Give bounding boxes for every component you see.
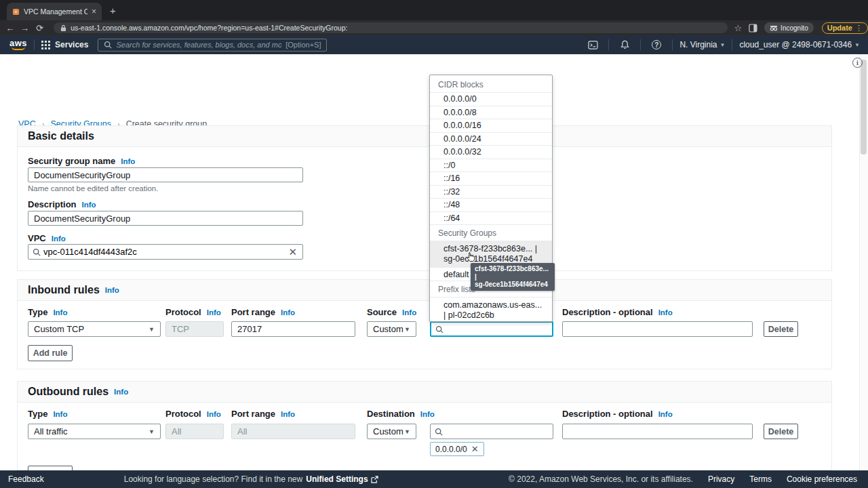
prefix-list-option[interactable]: com.amazonaws.us-eas... | pl-02cd2c6b	[430, 298, 552, 323]
account-menu[interactable]: cloud_user @ 2498-0671-0346 ▼	[739, 40, 860, 49]
side-panel-icon[interactable]	[749, 24, 757, 33]
outbound-port-input	[231, 424, 355, 439]
security-group-name-input[interactable]	[28, 167, 303, 182]
cidr-option[interactable]: 0.0.0.0/32	[430, 146, 552, 159]
cidr-option[interactable]: 0.0.0.0/0	[430, 93, 552, 106]
info-link[interactable]: Info	[207, 308, 221, 317]
name-label: Security group name	[28, 156, 115, 166]
new-tab-button[interactable]: +	[110, 5, 116, 16]
cidr-option[interactable]: ::/48	[430, 199, 552, 212]
chevron-down-icon: ▼	[149, 428, 155, 435]
info-link[interactable]: Info	[402, 308, 416, 317]
chip-remove-icon[interactable]: ✕	[471, 444, 479, 454]
language-note: Looking for language selection? Find it …	[124, 474, 303, 484]
cidr-option[interactable]: ::/32	[430, 186, 552, 199]
info-link[interactable]: Info	[281, 308, 295, 317]
outbound-destination-search[interactable]	[430, 424, 553, 439]
cloudshell-icon[interactable]	[584, 41, 601, 49]
inbound-description-input[interactable]	[562, 321, 753, 337]
unified-settings-link[interactable]: Unified Settings	[306, 474, 368, 484]
outbound-info-link[interactable]: Info	[114, 388, 128, 396]
region-label: N. Virginia	[679, 40, 717, 49]
tab-title: VPC Management Console	[24, 7, 87, 16]
outbound-destination-search-input[interactable]	[446, 426, 553, 436]
vpc-info-link[interactable]: Info	[52, 235, 66, 243]
tab-close-icon[interactable]: ×	[92, 7, 96, 16]
services-menu[interactable]: Services	[41, 40, 88, 49]
vpc-search-field[interactable]: ✕	[28, 244, 303, 260]
inbound-type-select[interactable]: Custom TCP▼	[28, 321, 161, 337]
inbound-info-link[interactable]: Info	[105, 286, 119, 294]
region-selector[interactable]: N. Virginia ▼	[679, 40, 725, 49]
info-link[interactable]: Info	[420, 410, 435, 418]
inbound-source-search[interactable]	[430, 321, 553, 337]
outbound-destination-select[interactable]: Custom▼	[367, 424, 416, 439]
description-input[interactable]	[28, 211, 303, 226]
info-link[interactable]: Info	[207, 410, 221, 418]
outbound-type-select[interactable]: All traffic▼	[28, 424, 161, 439]
inbound-delete-button[interactable]: Delete	[764, 321, 798, 337]
name-helper: Name cannot be edited after creation.	[28, 184, 158, 192]
aws-search-input[interactable]	[116, 41, 281, 49]
destination-chip[interactable]: 0.0.0.0/0 ✕	[430, 442, 484, 456]
account-label: cloud_user @ 2498-0671-0346	[739, 40, 852, 49]
outbound-description-input[interactable]	[562, 424, 753, 439]
inbound-port-input[interactable]	[231, 321, 355, 337]
info-link[interactable]: Info	[53, 410, 67, 418]
scrollbar-thumb[interactable]	[861, 60, 867, 155]
cidr-option[interactable]: 0.0.0.0/24	[430, 133, 552, 146]
browser-menu-icon[interactable]: ⋮	[855, 24, 863, 33]
aws-search[interactable]: [Option+S]	[98, 39, 327, 52]
outbound-protocol-input	[165, 424, 224, 439]
cidr-option[interactable]: ::/64	[430, 212, 552, 226]
cidr-option[interactable]: 0.0.0.0/8	[430, 106, 552, 120]
inbound-source-select[interactable]: Custom▼	[367, 321, 416, 337]
terms-link[interactable]: Terms	[749, 474, 772, 484]
inbound-source-search-input[interactable]	[446, 324, 552, 334]
inbound-source-label: Source	[367, 307, 397, 317]
search-icon	[435, 428, 443, 436]
url-text: us-east-1.console.aws.amazon.com/vpc/hom…	[71, 24, 347, 32]
privacy-link[interactable]: Privacy	[708, 474, 734, 484]
name-info-link[interactable]: Info	[121, 157, 135, 165]
cookie-preferences-link[interactable]: Cookie preferences	[787, 474, 857, 484]
hand-cursor-icon	[466, 251, 475, 262]
cidr-option[interactable]: ::/0	[430, 159, 552, 173]
vpc-input[interactable]	[43, 247, 285, 257]
outbound-description-label: Description - optional	[562, 409, 653, 419]
outbound-delete-button[interactable]: Delete	[764, 424, 798, 439]
info-link[interactable]: Info	[658, 308, 673, 317]
url-bar[interactable]: us-east-1.console.aws.amazon.com/vpc/hom…	[54, 22, 727, 33]
chevron-down-icon: ▼	[720, 42, 726, 48]
help-panel-info-icon[interactable]: i	[852, 58, 863, 68]
clear-vpc-icon[interactable]: ✕	[288, 246, 297, 258]
search-icon	[435, 325, 443, 333]
lock-icon	[60, 24, 66, 32]
reload-icon[interactable]: ⟳	[32, 23, 47, 33]
info-link[interactable]: Info	[281, 410, 295, 418]
search-shortcut: [Option+S]	[285, 41, 321, 49]
inbound-source-value: Custom	[373, 324, 403, 334]
back-icon[interactable]: ←	[3, 23, 18, 33]
divider	[608, 39, 609, 50]
info-link[interactable]: Info	[658, 410, 673, 418]
cidr-option[interactable]: 0.0.0.0/16	[430, 119, 552, 133]
info-link[interactable]: Info	[53, 308, 67, 317]
feedback-link[interactable]: Feedback	[8, 474, 44, 484]
sg-tooltip: cfst-3678-f233bc863e... | sg-0ece1b1564f…	[471, 263, 555, 291]
divider	[732, 39, 732, 50]
notifications-bell-icon[interactable]	[616, 40, 633, 49]
browser-tab[interactable]: VPC Management Console ×	[7, 3, 102, 20]
add-rule-button[interactable]: Add rule	[28, 345, 73, 361]
forward-icon[interactable]: →	[18, 23, 33, 33]
inbound-protocol-label: Protocol	[165, 307, 201, 317]
divider	[34, 39, 35, 50]
bookmark-star-icon[interactable]: ☆	[734, 23, 743, 33]
cidr-option[interactable]: ::/16	[430, 172, 552, 186]
description-info-link[interactable]: Info	[82, 201, 96, 209]
aws-logo[interactable]: aws	[9, 39, 27, 50]
outbound-title: Outbound rules	[28, 386, 108, 398]
update-button[interactable]: Update ⋮	[822, 22, 868, 34]
outbound-rules-panel: Outbound rules Info TypeInfo ProtocolInf…	[17, 381, 832, 470]
help-icon[interactable]: ?	[648, 40, 665, 49]
